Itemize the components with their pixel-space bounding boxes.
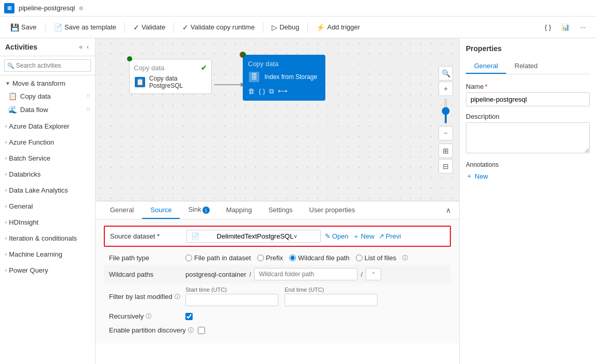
- node-index-storage[interactable]: Copy data 🗄 Index from Storage 🗑 { } ⧉: [243, 55, 325, 101]
- radio-list-of-files-input[interactable]: [356, 255, 363, 261]
- sidebar-section-header-bs[interactable]: › Batch Service: [0, 152, 95, 164]
- properties-description-label-text: Description: [466, 113, 499, 120]
- properties-panel: Properties General Related Name * Descri…: [459, 38, 596, 364]
- properties-tab-general[interactable]: General: [466, 59, 506, 74]
- tab-sink[interactable]: Sink1: [180, 201, 217, 219]
- sidebar-item-data-flow[interactable]: 🌊 Data flow ⠿: [0, 103, 95, 116]
- filter-end-label: End time (UTC): [285, 287, 378, 293]
- sidebar-section-header-dla[interactable]: › Data Lake Analytics: [0, 184, 95, 196]
- properties-name-input[interactable]: [466, 92, 590, 106]
- radio-prefix-label: Prefix: [266, 254, 283, 262]
- main-layout: Activities « ‹ 🔍 ▼ Move & transform: [0, 38, 596, 364]
- source-preview-label: Previ: [386, 232, 401, 240]
- canvas-fit-btn[interactable]: ⊞: [438, 144, 453, 158]
- sidebar-section-header-pq[interactable]: › Power Query: [0, 264, 95, 276]
- sidebar-section-header-ade[interactable]: › Azure Data Explorer: [0, 120, 95, 132]
- more-button[interactable]: ···: [576, 21, 590, 33]
- tab-source[interactable]: Source: [142, 202, 180, 219]
- wildcard-folder-input[interactable]: [254, 268, 357, 280]
- sidebar-collapse-btn-2[interactable]: ‹: [86, 42, 90, 52]
- sidebar-section-header-move-transform[interactable]: ▼ Move & transform: [0, 77, 95, 89]
- save-as-template-button[interactable]: 📄 Save as template: [50, 21, 120, 34]
- sidebar-section-header-af[interactable]: › Azure Function: [0, 136, 95, 148]
- sidebar-section-header-gen[interactable]: › General: [0, 200, 95, 212]
- canvas-zoom-out-btn[interactable]: －: [438, 126, 453, 140]
- source-new-btn[interactable]: ＋ New: [353, 232, 374, 241]
- wildcard-paths-row: Wildcard paths postgresql-container / /: [104, 265, 451, 283]
- radio-wildcard-file-path[interactable]: Wildcard file path: [289, 254, 350, 262]
- radio-prefix-input[interactable]: [257, 255, 264, 261]
- node-delete-icon[interactable]: 🗑: [248, 87, 255, 96]
- canvas-controls: 🔍 ＋ － ⊞ ⊟: [438, 66, 453, 173]
- sidebar-item-data-flow-left: 🌊 Data flow: [8, 105, 48, 114]
- svg-text:📋: 📋: [136, 77, 145, 86]
- canvas-search-btn[interactable]: 🔍: [438, 66, 453, 81]
- source-open-btn[interactable]: ✎ Open: [325, 232, 349, 240]
- debug-label: Debug: [279, 23, 299, 31]
- tab-general[interactable]: General: [102, 202, 142, 219]
- partition-checkbox[interactable]: [198, 327, 205, 334]
- sidebar-title: Activities: [5, 43, 37, 51]
- sidebar-section-header-db[interactable]: › Databricks: [0, 168, 95, 180]
- node-index-storage-title: Index from Storage: [264, 73, 317, 81]
- canvas[interactable]: Copy data ✔ 📋 Copy data PostgreSQL: [96, 38, 459, 201]
- validate-label: Validate: [142, 23, 165, 31]
- sidebar-section-header-hdi[interactable]: › HDInsight: [0, 216, 95, 228]
- recursively-checkbox[interactable]: [185, 313, 193, 320]
- partition-label: Enable partition discovery ⓘ: [109, 326, 194, 334]
- properties-tab-related[interactable]: Related: [506, 59, 546, 74]
- toolbar-right: { } 📊 ···: [541, 21, 590, 33]
- tab-user-properties[interactable]: User properties: [301, 202, 364, 219]
- data-flow-icon: 🌊: [8, 105, 17, 114]
- add-trigger-button[interactable]: ⚡ Add trigger: [312, 21, 364, 34]
- save-button[interactable]: 💾 Save: [6, 21, 41, 34]
- validate-copy-runtime-button[interactable]: ✓ Validate copy runtime: [178, 21, 259, 34]
- filter-end-group: End time (UTC): [285, 287, 378, 306]
- radio-list-of-files[interactable]: List of files: [356, 254, 396, 262]
- tab-settings[interactable]: Settings: [260, 202, 301, 219]
- node-link-icon[interactable]: ⟷: [278, 87, 288, 96]
- source-preview-btn[interactable]: ↗ Previ: [379, 232, 401, 240]
- sidebar-section-label-move-transform: Move & transform: [12, 80, 66, 87]
- tab-mapping[interactable]: Mapping: [218, 202, 260, 219]
- sidebar-section-label-pq: Power Query: [9, 266, 48, 274]
- node-code-icon[interactable]: { }: [259, 87, 265, 96]
- validate-button[interactable]: ✓ Validate: [129, 21, 169, 34]
- radio-file-path-dataset[interactable]: File path in dataset: [185, 254, 251, 262]
- add-annotation-btn[interactable]: ＋ New: [466, 171, 488, 181]
- filter-info-icon: ⓘ: [175, 293, 180, 300]
- sidebar-section-header-ic[interactable]: › Iteration & conditionals: [0, 232, 95, 244]
- radio-file-path-dataset-input[interactable]: [185, 255, 192, 261]
- node-copy-icon[interactable]: ⧉: [269, 87, 274, 96]
- radio-prefix[interactable]: Prefix: [257, 254, 283, 262]
- canvas-zoom-slider[interactable]: [445, 98, 447, 124]
- data-flow-drag-handle[interactable]: ⠿: [86, 107, 90, 113]
- source-dataset-row: Source dataset * 📄 DelimitedTextPostgreS…: [104, 226, 451, 247]
- node-copy-postgresql[interactable]: Copy data ✔ 📋 Copy data PostgreSQL: [129, 59, 212, 94]
- source-dataset-select[interactable]: 📄 DelimitedTextPostgreSQL ∨: [186, 230, 321, 243]
- node-copy-postgresql-success-icon: ✔: [201, 64, 207, 72]
- filter-row: Filter by last modified ⓘ Start time (UT…: [104, 283, 451, 309]
- code-button[interactable]: { }: [541, 21, 555, 33]
- panel-collapse-btn[interactable]: ∧: [444, 204, 453, 216]
- chevron-right-icon-ade: ›: [5, 123, 7, 129]
- copy-data-drag-handle[interactable]: ⠿: [86, 93, 90, 99]
- monitor-button[interactable]: 📊: [557, 21, 574, 33]
- filter-start-input[interactable]: [185, 294, 278, 306]
- radio-wildcard-file-path-input[interactable]: [289, 255, 296, 261]
- search-input[interactable]: [4, 59, 91, 72]
- canvas-grid-btn[interactable]: ⊟: [438, 159, 453, 173]
- wildcard-file-input[interactable]: [366, 268, 381, 280]
- canvas-zoom-in-btn[interactable]: ＋: [438, 82, 453, 96]
- filter-end-input[interactable]: [285, 294, 378, 306]
- properties-description-field: Description: [466, 113, 590, 155]
- sidebar-section-header-ml[interactable]: › Machine Learning: [0, 248, 95, 260]
- properties-description-textarea[interactable]: [466, 122, 590, 153]
- sidebar-collapse-btn[interactable]: «: [78, 42, 84, 52]
- bottom-panel: General Source Sink1 Mapping Settings Us…: [96, 201, 459, 364]
- sidebar-item-copy-data[interactable]: 📋 Copy data ⠿: [0, 89, 95, 103]
- node-index-storage-header: Copy data: [248, 60, 320, 68]
- add-annotation-plus-icon: ＋: [466, 171, 473, 181]
- sidebar-section-hdinsight: › HDInsight: [0, 214, 95, 230]
- debug-button[interactable]: ▷ Debug: [268, 21, 303, 34]
